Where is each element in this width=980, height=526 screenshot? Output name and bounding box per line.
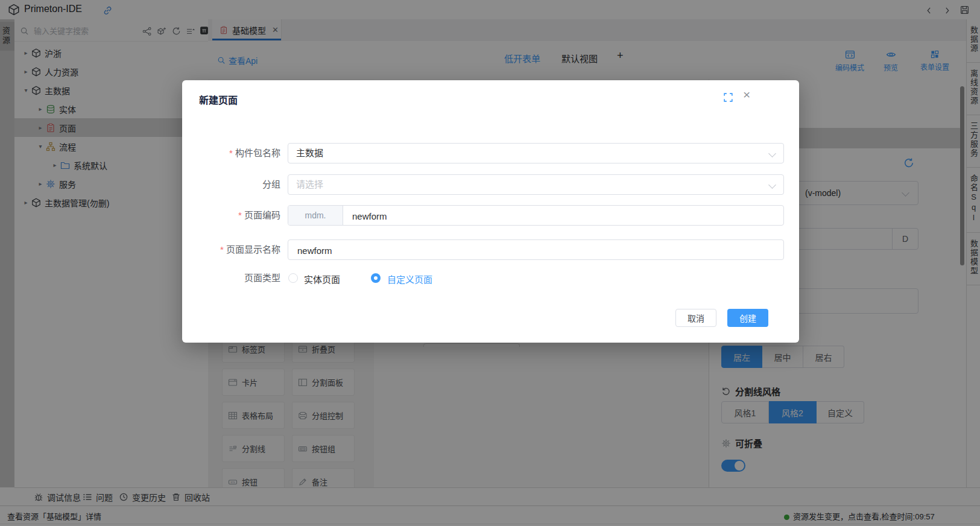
group-select[interactable]: 请选择 (288, 174, 784, 195)
package-value: 主数据 (288, 148, 323, 158)
chevron-down-icon (768, 181, 776, 189)
field-row-group: 分组 请选择 (182, 174, 785, 195)
field-row-code: 页面编码 mdm. (182, 205, 785, 226)
code-prefix: mdm. (288, 206, 343, 225)
close-icon[interactable]: × (743, 87, 750, 102)
radio-custom-page[interactable] (371, 273, 381, 283)
name-label: 页面显示名称 (182, 239, 280, 260)
group-placeholder: 请选择 (288, 179, 323, 189)
fullscreen-icon[interactable] (723, 92, 733, 103)
radio-entity-label[interactable]: 实体页面 (304, 273, 340, 285)
radio-entity-page[interactable] (288, 273, 298, 283)
name-input-box (288, 239, 784, 260)
create-button[interactable]: 创建 (727, 309, 768, 327)
chevron-down-icon (768, 150, 776, 157)
package-select[interactable]: 主数据 (288, 143, 784, 163)
field-row-name: 页面显示名称 (182, 239, 785, 260)
code-label: 页面编码 (182, 205, 280, 226)
cancel-button[interactable]: 取消 (675, 309, 716, 327)
field-row-package: 构件包名称 主数据 (182, 143, 785, 163)
field-row-type: 页面类型 实体页面 自定义页面 (182, 272, 785, 285)
package-label: 构件包名称 (182, 143, 280, 163)
code-input[interactable] (351, 206, 776, 226)
radio-custom-label[interactable]: 自定义页面 (387, 273, 432, 285)
name-input[interactable] (296, 241, 775, 260)
group-label: 分组 (182, 174, 280, 195)
dialog-title: 新建页面 (199, 92, 238, 107)
code-input-group: mdm. (288, 205, 784, 226)
type-label: 页面类型 (182, 272, 280, 284)
new-page-dialog: 新建页面 × 构件包名称 主数据 分组 请选择 页面编码 mdm. 页面显示名称… (182, 80, 799, 343)
